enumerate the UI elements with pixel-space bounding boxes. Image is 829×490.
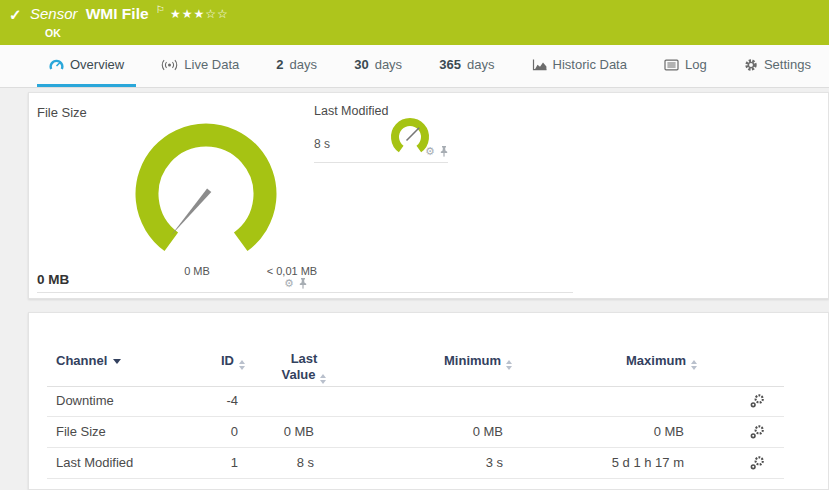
sensor-label: Sensor (30, 5, 78, 22)
log-icon (664, 59, 679, 71)
pin-icon[interactable] (298, 277, 308, 289)
sensor-name: WMI File (86, 5, 149, 22)
channel-last-value: 8 s (244, 448, 314, 478)
gauge-needle (407, 128, 420, 141)
tab-number: 2 (276, 57, 283, 72)
tab-number: 365 (439, 57, 461, 72)
tab-label: Overview (70, 57, 124, 72)
table-row-file-size[interactable]: File Size 0 0 MB 0 MB 0 MB (47, 417, 784, 448)
tab-label: days (467, 57, 494, 72)
tab-30-days[interactable]: 30 days (342, 45, 414, 87)
sort-arrows-icon (239, 360, 245, 370)
last-modified-current-value: 8 s (314, 137, 330, 151)
chevron-down-icon (113, 359, 121, 364)
tab-live-data[interactable]: Live Data (149, 45, 251, 87)
channel-name: File Size (56, 417, 106, 447)
gear-icon[interactable]: ⚙ (284, 278, 294, 289)
last-modified-widget-actions: ⚙ (425, 145, 449, 157)
channel-name: Last Modified (56, 448, 133, 478)
tab-overview[interactable]: Overview (37, 45, 136, 87)
tab-label: Settings (764, 57, 811, 72)
channel-id: 1 (179, 448, 238, 478)
tab-365-days[interactable]: 365 days (427, 45, 506, 87)
channel-maximum: 5 d 1 h 17 m (594, 448, 684, 478)
tab-historic-data[interactable]: Historic Data (520, 45, 639, 87)
column-label: Minimum (444, 353, 501, 368)
tab-2-days[interactable]: 2 days (264, 45, 329, 87)
priority-stars[interactable]: ★★★☆☆ (170, 7, 229, 21)
channel-maximum: 0 MB (594, 417, 684, 447)
table-row-downtime[interactable]: Downtime -4 (47, 386, 784, 417)
tab-label: days (290, 57, 317, 72)
file-size-gauge-title: File Size (37, 105, 87, 120)
sort-arrows-icon (506, 360, 512, 370)
sensor-status-badge: OK (45, 27, 61, 39)
area-chart-icon (532, 59, 547, 71)
gauges-panel: File Size 0 MB < 0,01 MB 0 MB ⚙ Last Mod… (28, 92, 829, 299)
tab-number: 30 (354, 57, 368, 72)
tab-log[interactable]: Log (652, 45, 719, 87)
channel-minimum: 3 s (413, 448, 503, 478)
last-modified-gauge-title: Last Modified (314, 104, 388, 118)
sensor-title-bar: ✓ Sensor WMI File ⚐ ★★★☆☆ OK (0, 0, 829, 45)
column-header-id[interactable]: ID (179, 353, 245, 370)
edit-channel-gears-icon[interactable] (749, 424, 765, 440)
gear-icon[interactable]: ⚙ (425, 146, 435, 157)
edit-channel-gears-icon[interactable] (749, 393, 765, 409)
file-size-scale-min: 0 MB (147, 265, 247, 277)
table-row-last-modified[interactable]: Last Modified 1 8 s 3 s 5 d 1 h 17 m (47, 448, 784, 479)
pin-icon[interactable] (439, 145, 449, 157)
channel-minimum: 0 MB (413, 417, 503, 447)
column-header-channel[interactable]: Channel (56, 353, 121, 368)
sensor-title: Sensor WMI File ⚐ (30, 5, 165, 23)
channel-id: 0 (179, 417, 238, 447)
last-modified-widget-divider (314, 162, 448, 163)
file-size-widget-actions: ⚙ (284, 277, 308, 289)
flag-icon[interactable]: ⚐ (156, 4, 165, 15)
tab-label: Live Data (184, 57, 239, 72)
column-label: Value (282, 367, 316, 382)
file-size-gauge (126, 114, 286, 274)
tab-label: Historic Data (553, 57, 627, 72)
channel-id: -4 (179, 386, 238, 416)
edit-channel-gears-icon[interactable] (749, 455, 765, 471)
broadcast-icon (161, 59, 178, 71)
tab-settings[interactable]: Settings (732, 45, 823, 87)
tab-bar: Overview Live Data 2 days 30 days 365 da… (0, 45, 829, 88)
column-label: ID (221, 353, 234, 368)
column-label: Last (291, 351, 318, 366)
column-header-minimum[interactable]: Minimum (444, 353, 512, 370)
channels-panel: Channel ID Last Value Minimum Maximum Do… (28, 312, 829, 490)
tab-label: days (375, 57, 402, 72)
file-size-widget-divider (37, 292, 573, 293)
channel-name: Downtime (56, 386, 114, 416)
column-label: Maximum (626, 353, 686, 368)
channel-last-value: 0 MB (244, 417, 314, 447)
column-header-maximum[interactable]: Maximum (626, 353, 697, 370)
gauge-needle (171, 188, 212, 236)
gauge-icon (49, 58, 64, 71)
status-ok-check-icon: ✓ (9, 6, 22, 24)
column-header-last-value[interactable]: Last Value (269, 351, 339, 384)
sort-arrows-icon (320, 374, 326, 384)
file-size-scale-max: < 0,01 MB (242, 265, 342, 277)
column-label: Channel (56, 353, 107, 368)
file-size-current-value: 0 MB (37, 272, 69, 287)
sort-arrows-icon (691, 360, 697, 370)
tab-label: Log (685, 57, 707, 72)
gear-icon (744, 58, 758, 72)
